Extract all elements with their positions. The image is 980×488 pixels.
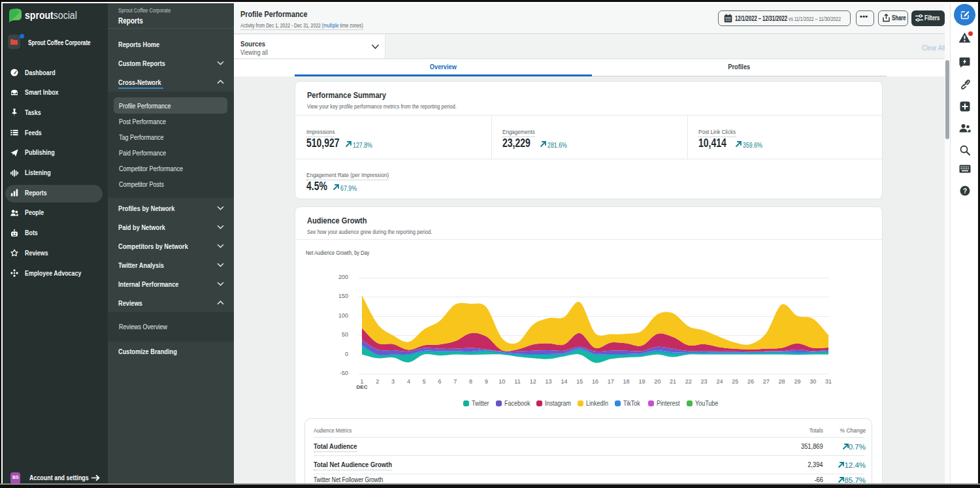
svg-text:?: ?	[962, 187, 966, 195]
